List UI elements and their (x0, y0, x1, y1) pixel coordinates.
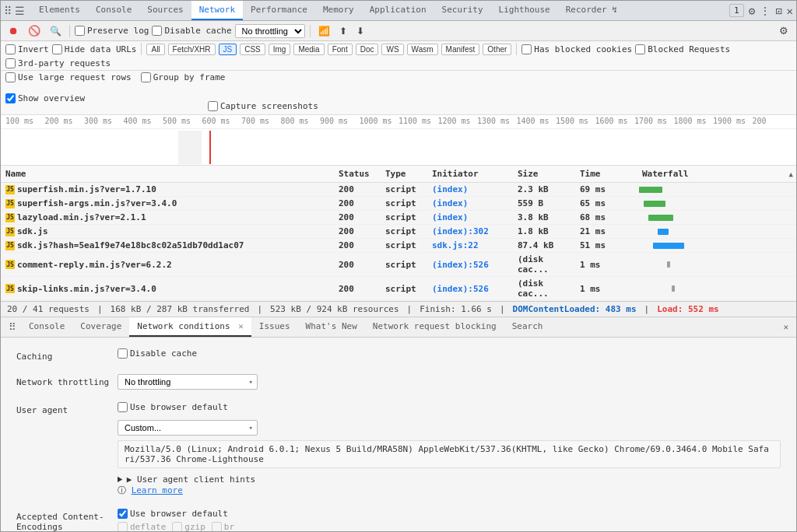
bottom-tab-whats-new[interactable]: What's New (298, 317, 365, 337)
clear-button[interactable]: 🚫 (25, 23, 44, 38)
dom-content-loaded[interactable]: DOMContentLoaded: 483 ms (513, 304, 637, 314)
large-rows-label[interactable]: Use large request rows (5, 72, 132, 82)
tab-application[interactable]: Application (362, 1, 434, 20)
header-name[interactable]: Name (1, 167, 335, 180)
filter-js[interactable]: JS (219, 44, 237, 55)
header-size[interactable]: Size (514, 167, 577, 180)
blocked-requests-label[interactable]: Blocked Requests (635, 44, 730, 54)
bottom-tab-console[interactable]: Console (21, 317, 72, 337)
more-icon[interactable]: ⋮ (760, 5, 771, 17)
close-devtools-icon[interactable]: ✕ (787, 5, 793, 17)
filter-wasm[interactable]: Wasm (407, 44, 438, 55)
has-blocked-cookies-checkbox[interactable] (521, 44, 532, 54)
table-row[interactable]: JSsdk.js200script(index):3021.8 kB21 ms (1, 225, 796, 239)
header-status[interactable]: Status (335, 167, 382, 180)
record-button[interactable]: ⏺ (5, 23, 22, 38)
show-overview-checkbox[interactable] (5, 93, 16, 103)
filter-other[interactable]: Other (483, 44, 511, 55)
disable-cache-label-panel[interactable]: Disable cache (118, 348, 781, 359)
close-network-conditions-icon[interactable]: ✕ (238, 321, 244, 331)
cell-initiator[interactable]: sdk.js:22 (429, 239, 514, 252)
devtools-device-icon[interactable]: ☰ (15, 5, 25, 17)
export-button[interactable]: ⬇ (353, 24, 367, 38)
cell-initiator[interactable]: (index) (429, 211, 514, 224)
cell-initiator[interactable]: (index) (429, 183, 514, 196)
search-button[interactable]: 🔍 (47, 24, 65, 38)
header-initiator[interactable]: Initiator (429, 167, 514, 180)
group-by-frame-checkbox[interactable] (141, 72, 151, 82)
user-agent-panel-select[interactable]: Custom... Chrome - Android Mobile Chrome… (118, 420, 258, 436)
disable-cache-checkbox[interactable] (152, 26, 162, 36)
use-browser-default-checkbox[interactable] (118, 402, 128, 412)
table-row[interactable]: JSsdk.js?hash=5ea1f9e74e18bc8c02a51db70d… (1, 239, 796, 253)
filter-ws[interactable]: WS (381, 44, 403, 55)
disable-cache-panel-checkbox[interactable] (118, 348, 128, 359)
br-label[interactable]: br (212, 522, 234, 531)
throttling-select[interactable]: No throttling Fast 3G Slow 3G Offline Cu… (235, 24, 305, 38)
gzip-label[interactable]: gzip (172, 522, 205, 531)
initiator-link[interactable]: (index):302 (432, 226, 489, 236)
detach-icon[interactable]: ⊡ (775, 5, 781, 17)
capture-screenshots-label[interactable]: Capture screenshots (208, 101, 318, 111)
throttling-panel-select[interactable]: No throttling Fast 3G Slow 3G Offline Cu… (118, 374, 258, 390)
tab-security[interactable]: Security (434, 1, 491, 20)
hide-data-urls-label[interactable]: Hide data URLs (52, 44, 137, 54)
learn-more-link[interactable]: Learn more (132, 485, 183, 495)
capture-screenshots-checkbox[interactable] (208, 101, 218, 111)
tab-recorder[interactable]: Recorder ↯ (558, 1, 625, 20)
load-time[interactable]: Load: 552 ms (657, 304, 718, 314)
tab-memory[interactable]: Memory (315, 1, 362, 20)
bottom-tab-issues[interactable]: Issues (251, 317, 298, 337)
ua-hints-toggle[interactable]: ▶ User agent client hints (118, 474, 781, 485)
tab-sources[interactable]: Sources (139, 1, 191, 20)
bottom-tab-coverage[interactable]: Coverage (72, 317, 129, 337)
wifi-icon[interactable]: 📶 (315, 24, 333, 38)
table-row[interactable]: JSskip-links.min.js?ver=3.4.0200script(i… (1, 277, 796, 301)
devtools-menu-icon[interactable]: ⠿ (4, 5, 12, 17)
preserve-log-label[interactable]: Preserve log (75, 26, 149, 36)
filter-font[interactable]: Font (328, 44, 353, 55)
filter-manifest[interactable]: Manifest (441, 44, 480, 55)
filter-doc[interactable]: Doc (356, 44, 379, 55)
cell-initiator[interactable]: (index):526 (429, 282, 514, 296)
br-checkbox[interactable] (212, 522, 222, 531)
tab-performance[interactable]: Performance (243, 1, 315, 20)
deflate-label[interactable]: deflate (118, 522, 166, 531)
initiator-link[interactable]: (index) (432, 184, 468, 194)
bottom-tab-network-conditions[interactable]: Network conditions ✕ (129, 317, 251, 337)
filter-fetch-xhr[interactable]: Fetch/XHR (168, 44, 216, 55)
bottom-panel-menu-icon[interactable]: ⠿ (4, 318, 21, 336)
initiator-link[interactable]: (index) (432, 198, 468, 208)
filter-media[interactable]: Media (293, 44, 324, 55)
bottom-tab-request-blocking[interactable]: Network request blocking (365, 317, 504, 337)
tab-lighthouse[interactable]: Lighthouse (491, 1, 558, 20)
table-row[interactable]: JSlazyload.min.js?ver=2.1.1200script(ind… (1, 211, 796, 225)
tab-network[interactable]: Network (191, 1, 243, 20)
close-panel-icon[interactable]: ✕ (778, 320, 793, 334)
third-party-label[interactable]: 3rd-party requests (5, 58, 111, 68)
cell-initiator[interactable]: (index) (429, 197, 514, 210)
hide-data-urls-checkbox[interactable] (52, 44, 62, 54)
preserve-log-checkbox[interactable] (75, 26, 85, 36)
tab-elements[interactable]: Elements (31, 1, 88, 20)
timeline-bars[interactable] (1, 129, 796, 166)
header-type[interactable]: Type (382, 167, 429, 180)
deflate-checkbox[interactable] (118, 522, 128, 531)
has-blocked-cookies-label[interactable]: Has blocked cookies (521, 44, 632, 54)
table-row[interactable]: JScomment-reply.min.js?ver=6.2.2200scrip… (1, 253, 796, 277)
cell-initiator[interactable]: (index):526 (429, 258, 514, 271)
disable-cache-label[interactable]: Disable cache (152, 26, 231, 36)
header-time[interactable]: Time (577, 167, 639, 180)
invert-label[interactable]: Invert (5, 44, 49, 54)
settings-button[interactable]: ⚙ (776, 23, 792, 38)
table-row[interactable]: JSsuperfish.min.js?ver=1.7.10200script(i… (1, 183, 796, 197)
initiator-link[interactable]: (index):526 (432, 284, 489, 294)
initiator-link[interactable]: (index) (432, 212, 468, 222)
table-row[interactable]: JSsuperfish-args.min.js?ver=3.4.0200scri… (1, 197, 796, 211)
gzip-checkbox[interactable] (172, 522, 182, 531)
use-browser-default-label[interactable]: Use browser default (118, 402, 781, 412)
filter-css[interactable]: CSS (240, 44, 265, 55)
use-browser-default-encodings-label[interactable]: Use browser default (118, 509, 781, 519)
group-by-frame-label[interactable]: Group by frame (141, 72, 226, 82)
user-agent-string[interactable]: Mozilla/5.0 (Linux; Android 6.0.1; Nexus… (118, 440, 781, 468)
